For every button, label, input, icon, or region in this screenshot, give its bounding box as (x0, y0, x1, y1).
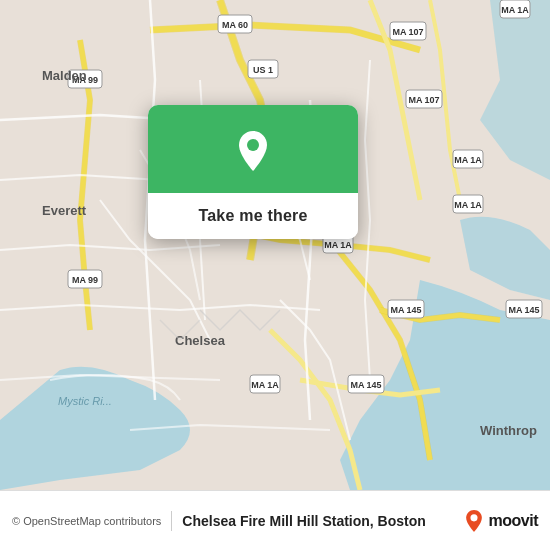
moovit-logo: moovit (463, 510, 538, 532)
svg-text:Mystic Ri...: Mystic Ri... (58, 395, 112, 407)
moovit-pin-icon (463, 510, 485, 532)
svg-text:MA 99: MA 99 (72, 275, 98, 285)
svg-text:US 1: US 1 (253, 65, 273, 75)
svg-text:MA 1A: MA 1A (251, 380, 279, 390)
popup-card: Take me there (148, 105, 358, 239)
svg-text:Winthrop: Winthrop (480, 423, 537, 438)
svg-text:MA 107: MA 107 (408, 95, 439, 105)
svg-point-35 (470, 514, 477, 521)
svg-text:Chelsea: Chelsea (175, 333, 226, 348)
svg-point-34 (247, 139, 259, 151)
svg-text:MA 60: MA 60 (222, 20, 248, 30)
svg-text:MA 145: MA 145 (350, 380, 381, 390)
location-title: Chelsea Fire Mill Hill Station, Boston (182, 513, 452, 529)
map-container[interactable]: MA 60 US 1 MA 99 MA 99 MA 107 MA 107 MA … (0, 0, 550, 490)
svg-text:Malden: Malden (42, 68, 87, 83)
svg-text:MA 145: MA 145 (508, 305, 539, 315)
svg-text:MA 107: MA 107 (392, 27, 423, 37)
divider (171, 511, 172, 531)
svg-text:MA 145: MA 145 (390, 305, 421, 315)
svg-text:MA 1A: MA 1A (454, 155, 482, 165)
svg-text:MA 1A: MA 1A (454, 200, 482, 210)
copyright-text: © OpenStreetMap contributors (12, 515, 161, 527)
take-me-there-button[interactable]: Take me there (148, 193, 358, 239)
popup-header (148, 105, 358, 193)
bottom-bar: © OpenStreetMap contributors Chelsea Fir… (0, 490, 550, 550)
svg-text:Everett: Everett (42, 203, 87, 218)
svg-text:MA 1A: MA 1A (324, 240, 352, 250)
map-svg: MA 60 US 1 MA 99 MA 99 MA 107 MA 107 MA … (0, 0, 550, 490)
location-pin-icon (229, 127, 277, 175)
moovit-logo-text: moovit (489, 512, 538, 530)
svg-text:MA 1A: MA 1A (501, 5, 529, 15)
